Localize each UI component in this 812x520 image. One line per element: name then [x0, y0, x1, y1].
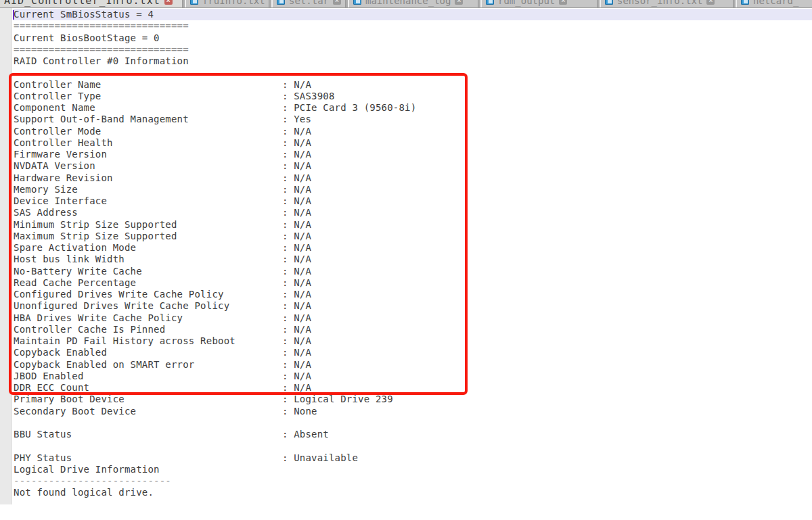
- editor-line-kv[interactable]: Controller Cache Is Pinned : N/A: [14, 324, 812, 335]
- editor-line-kv[interactable]: Firmware Version : N/A: [14, 149, 812, 160]
- editor-line-kv[interactable]: Controller Name : N/A: [14, 79, 812, 91]
- editor-line-kv[interactable]: Configured Drives Write Cache Policy : N…: [14, 289, 812, 300]
- editor-line[interactable]: ==============================: [14, 44, 812, 55]
- editor-line-kv[interactable]: HBA Drives Write Cache Policy : N/A: [14, 312, 812, 324]
- editor-line-kv[interactable]: Device Interface : N/A: [14, 195, 812, 207]
- tab-netcard-[interactable]: netcard_: [736, 0, 812, 8]
- editor-line-kv[interactable]: Secondary Boot Device : None: [14, 406, 812, 417]
- editor-line-kv[interactable]: DDR ECC Count : N/A: [14, 382, 812, 394]
- saved-file-icon: [741, 0, 749, 5]
- editor-line-kv[interactable]: No-Battery Write Cache : N/A: [14, 266, 812, 277]
- editor-line-kv[interactable]: Memory Size : N/A: [14, 184, 812, 195]
- editor-line-kv[interactable]: Spare Activation Mode : N/A: [14, 242, 812, 254]
- tab-fruinfo-txt[interactable]: fruInfo.txt×: [185, 0, 269, 8]
- editor-line-kv[interactable]: Controller Health : N/A: [14, 137, 812, 149]
- close-tab-icon[interactable]: ×: [333, 0, 341, 5]
- editor-line-kv[interactable]: Maintain PD Fail History across Reboot :…: [14, 335, 812, 347]
- editor-line-kv[interactable]: Maximum Strip Size Supported : N/A: [14, 231, 812, 242]
- editor-line-kv[interactable]: Read Cache Percentage : N/A: [14, 277, 812, 289]
- editor-line-kv[interactable]: BBU Status : Absent: [14, 429, 812, 440]
- close-tab-icon[interactable]: ×: [164, 0, 173, 5]
- tab-label: sensor_info.txt: [617, 0, 702, 6]
- editor-line[interactable]: Current BiosBootStage = 0: [14, 32, 812, 44]
- editor-line-kv[interactable]: Component Name : PCIe Card 3 (9560-8i): [14, 102, 812, 114]
- editor-line-kv[interactable]: Controller Mode : N/A: [14, 126, 812, 137]
- document-text: Current SmBiosStatus = 4================…: [14, 9, 812, 499]
- saved-file-icon: [605, 0, 613, 5]
- saved-file-icon: [353, 0, 361, 5]
- bookmark-margin: [0, 8, 12, 504]
- tab-maintenance-log[interactable]: maintenance_log×: [348, 0, 478, 8]
- editor-line-kv[interactable]: Host bus link Width : N/A: [14, 254, 812, 265]
- editor-line[interactable]: ---------------------------: [14, 475, 812, 487]
- editor-line-kv[interactable]: SAS Address : N/A: [14, 207, 812, 218]
- saved-file-icon: [277, 0, 285, 5]
- close-tab-icon[interactable]: ×: [706, 0, 715, 5]
- close-tab-icon[interactable]: ×: [559, 0, 567, 5]
- editor-line-kv[interactable]: Primary Boot Device : Logical Drive 239: [14, 394, 812, 405]
- text-editor-area[interactable]: Current SmBiosStatus = 4================…: [0, 8, 812, 520]
- tab-sensor-info-txt[interactable]: sensor_info.txt×: [600, 0, 734, 8]
- editor-line[interactable]: RAID Controller #0 Information: [14, 55, 812, 67]
- saved-file-icon: [190, 0, 198, 5]
- tab-sel-tar[interactable]: sel.tar×: [271, 0, 346, 8]
- editor-line[interactable]: [14, 417, 812, 429]
- tab-bar: AID_Controller_Info.txt×fruInfo.txt×sel.…: [0, 0, 812, 8]
- tab-label: maintenance_log: [365, 0, 451, 6]
- editor-line[interactable]: [14, 440, 812, 452]
- editor-line[interactable]: Not found logical drive.: [14, 487, 812, 498]
- editor-line-kv[interactable]: PHY Status : Unavailable: [14, 452, 812, 464]
- tab-aid-controller-info-txt[interactable]: AID_Controller_Info.txt×: [0, 0, 183, 8]
- text-caret: [13, 10, 14, 20]
- editor-line[interactable]: Logical Drive Information: [14, 464, 812, 475]
- editor-line-kv[interactable]: Minimum Strip Size Supported : N/A: [14, 219, 812, 231]
- editor-line-kv[interactable]: Copyback Enabled : N/A: [14, 347, 812, 358]
- tab-label: sel.tar: [289, 0, 329, 6]
- editor-line-kv[interactable]: Unonfigured Drives Write Cache Policy : …: [14, 300, 812, 312]
- editor-line-kv[interactable]: Copyback Enabled on SMART error : N/A: [14, 359, 812, 371]
- editor-line[interactable]: Current SmBiosStatus = 4: [14, 9, 812, 20]
- tab-label: rdm_output: [498, 0, 555, 6]
- tab-label: fruInfo.txt: [202, 0, 265, 6]
- saved-file-icon: [486, 0, 494, 5]
- tab-label: AID_Controller_Info.txt: [4, 0, 160, 7]
- tab-rdm-output[interactable]: rdm_output×: [480, 0, 597, 8]
- editor-window: AID_Controller_Info.txt×fruInfo.txt×sel.…: [0, 0, 812, 520]
- close-tab-icon[interactable]: ×: [455, 0, 463, 5]
- editor-line-kv[interactable]: Hardware Revision : N/A: [14, 172, 812, 184]
- editor-line[interactable]: ==============================: [14, 20, 812, 32]
- editor-line-kv[interactable]: Support Out-of-Band Management : Yes: [14, 114, 812, 125]
- editor-line-kv[interactable]: Controller Type : SAS3908: [14, 91, 812, 102]
- editor-line[interactable]: [14, 67, 812, 78]
- editor-line-kv[interactable]: JBOD Enabled : N/A: [14, 371, 812, 382]
- editor-line-kv[interactable]: NVDATA Version : N/A: [14, 160, 812, 172]
- tab-label: netcard_: [753, 0, 798, 6]
